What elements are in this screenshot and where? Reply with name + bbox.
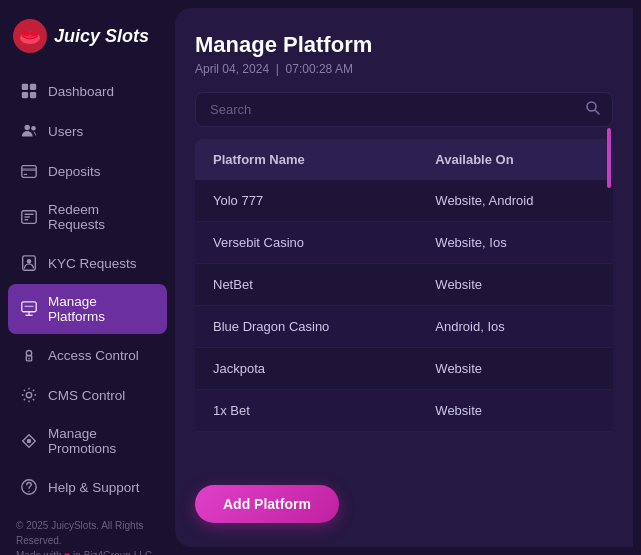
sidebar-item-label: Users: [48, 124, 83, 139]
svg-rect-6: [30, 84, 36, 90]
svg-point-30: [28, 491, 29, 492]
page-time: 07:00:28 AM: [286, 62, 353, 76]
svg-rect-5: [22, 84, 28, 90]
table-row: 1x Bet Website: [195, 390, 613, 432]
svg-point-3: [22, 31, 30, 36]
svg-rect-7: [22, 92, 28, 98]
table-row: NetBet Website: [195, 264, 613, 306]
sidebar-item-label: Access Control: [48, 348, 139, 363]
help-icon: [20, 478, 38, 496]
logo-icon: [12, 18, 48, 54]
dashboard-icon: [20, 82, 38, 100]
sidebar-item-users[interactable]: Users: [8, 112, 167, 150]
redeem-icon: [20, 208, 38, 226]
platform-available-cell: Website: [417, 390, 613, 432]
sidebar-item-label: Dashboard: [48, 84, 114, 99]
platform-available-cell: Website, Ios: [417, 222, 613, 264]
page-date-time: April 04, 2024 | 07:00:28 AM: [195, 62, 613, 76]
platform-name-cell: 1x Bet: [195, 390, 417, 432]
sidebar-item-kyc-requests[interactable]: KYC Requests: [8, 244, 167, 282]
sidebar-item-access-control[interactable]: Access Control: [8, 336, 167, 374]
made-with-text: Made with ♥ in Biz4Group LLC: [16, 548, 159, 555]
deposits-icon: [20, 162, 38, 180]
sidebar-item-label: Deposits: [48, 164, 101, 179]
search-bar: [195, 92, 613, 127]
table-row: Yolo 777 Website, Android: [195, 180, 613, 222]
sidebar-item-label: KYC Requests: [48, 256, 137, 271]
svg-point-27: [26, 392, 31, 397]
svg-rect-8: [30, 92, 36, 98]
add-platform-area: Add Platform: [195, 485, 613, 523]
sidebar-item-help-support[interactable]: Help & Support: [8, 468, 167, 506]
sidebar: Juicy Slots Dashboard Users: [0, 0, 175, 555]
platform-name-cell: NetBet: [195, 264, 417, 306]
svg-point-28: [27, 439, 32, 444]
platforms-table: Platform Name Available On Yolo 777 Webs…: [195, 139, 613, 432]
table-row: Blue Dragon Casino Android, Ios: [195, 306, 613, 348]
table-header-row: Platform Name Available On: [195, 139, 613, 180]
platforms-table-container: Platform Name Available On Yolo 777 Webs…: [195, 139, 613, 469]
platform-available-cell: Website: [417, 264, 613, 306]
copyright-text: © 2025 JuicySlots. All Rights Reserved.: [16, 518, 159, 548]
platform-available-cell: Android, Ios: [417, 306, 613, 348]
main-content: Manage Platform April 04, 2024 | 07:00:2…: [175, 8, 633, 547]
kyc-icon: [20, 254, 38, 272]
search-icon: [585, 100, 601, 120]
column-header-platform-name: Platform Name: [195, 139, 417, 180]
add-platform-button[interactable]: Add Platform: [195, 485, 339, 523]
platforms-icon: [20, 300, 38, 318]
table-row: Jackpota Website: [195, 348, 613, 390]
page-title: Manage Platform: [195, 32, 613, 58]
cms-icon: [20, 386, 38, 404]
svg-line-32: [595, 110, 599, 114]
svg-point-4: [30, 31, 38, 36]
heart-icon: ♥: [64, 550, 70, 555]
page-date: April 04, 2024: [195, 62, 269, 76]
scroll-indicator: [607, 128, 611, 188]
access-control-icon: [20, 346, 38, 364]
platform-name-cell: Yolo 777: [195, 180, 417, 222]
sidebar-item-cms-control[interactable]: CMS Control: [8, 376, 167, 414]
sidebar-item-deposits[interactable]: Deposits: [8, 152, 167, 190]
sidebar-item-dashboard[interactable]: Dashboard: [8, 72, 167, 110]
svg-rect-13: [24, 174, 28, 175]
sidebar-item-redeem-requests[interactable]: Redeem Requests: [8, 192, 167, 242]
platform-available-cell: Website, Android: [417, 180, 613, 222]
logo: Juicy Slots: [8, 0, 167, 72]
svg-rect-11: [22, 166, 36, 178]
column-header-available-on: Available On: [417, 139, 613, 180]
platform-available-cell: Website: [417, 348, 613, 390]
svg-rect-12: [22, 168, 36, 171]
sidebar-item-label: CMS Control: [48, 388, 125, 403]
sidebar-item-manage-promotions[interactable]: Manage Promotions: [8, 416, 167, 466]
sidebar-item-label: Manage Platforms: [48, 294, 155, 324]
sidebar-footer: © 2025 JuicySlots. All Rights Reserved. …: [8, 506, 167, 555]
navigation: Dashboard Users Deposits: [8, 72, 167, 506]
brand-name: Juicy Slots: [54, 26, 149, 47]
search-input[interactable]: [195, 92, 613, 127]
sidebar-item-label: Help & Support: [48, 480, 140, 495]
svg-point-19: [27, 259, 32, 264]
table-row: Versebit Casino Website, Ios: [195, 222, 613, 264]
platform-name-cell: Jackpota: [195, 348, 417, 390]
users-icon: [20, 122, 38, 140]
platform-name-cell: Versebit Casino: [195, 222, 417, 264]
svg-point-9: [25, 125, 30, 130]
svg-point-10: [31, 126, 36, 131]
sidebar-item-manage-platforms[interactable]: Manage Platforms: [8, 284, 167, 334]
sidebar-item-label: Manage Promotions: [48, 426, 155, 456]
promotions-icon: [20, 432, 38, 450]
platform-name-cell: Blue Dragon Casino: [195, 306, 417, 348]
sidebar-item-label: Redeem Requests: [48, 202, 155, 232]
